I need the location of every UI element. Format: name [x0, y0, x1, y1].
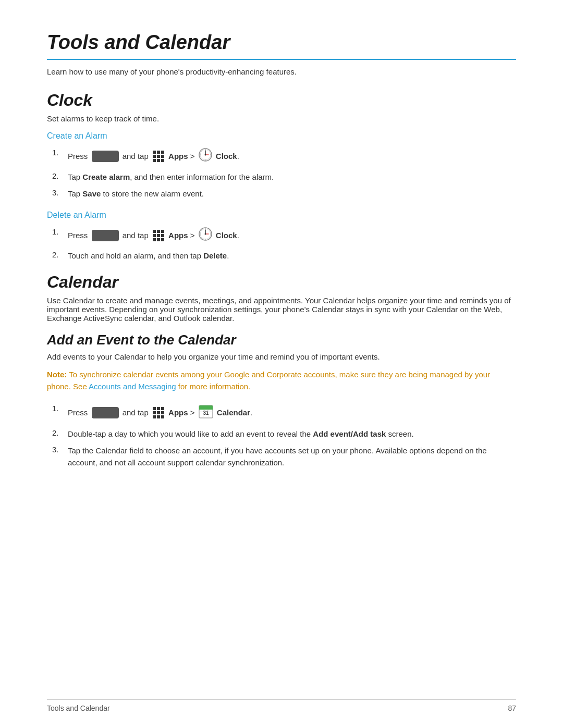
add-event-step-3: 3. Tap the Calendar field to choose an a…: [52, 445, 516, 468]
step-number: 1.: [52, 227, 64, 236]
add-event-steps: 1. Press and tap: [47, 404, 516, 468]
svg-rect-19: [157, 230, 160, 233]
step-number: 3.: [52, 188, 64, 197]
delete-alarm-step-1: 1. Press and tap: [52, 227, 516, 245]
create-alarm-title: Create an Alarm: [47, 131, 516, 141]
page-title-divider: [47, 59, 516, 60]
save-bold: Save: [82, 189, 101, 198]
step-text: Press and tap: [68, 227, 516, 245]
delete-alarm-title: Delete an Alarm: [47, 211, 516, 220]
step-text: Tap the Calendar field to choose an acco…: [68, 445, 516, 468]
svg-rect-25: [157, 238, 160, 241]
note-box: Note: To synchronize calendar events amo…: [47, 368, 516, 393]
step-number: 1.: [52, 148, 64, 157]
svg-rect-7: [157, 159, 160, 162]
svg-rect-8: [161, 159, 164, 162]
create-alarm-step-1: 1. Press and tap: [52, 148, 516, 166]
svg-rect-22: [157, 234, 160, 237]
clock-label-text: Clock: [216, 231, 237, 240]
step-text: Double-tap a day to which you would like…: [68, 428, 516, 440]
clock-title: Clock: [47, 91, 516, 110]
apps-grid-icon: [152, 406, 165, 419]
apps-grid-icon: [152, 229, 165, 242]
svg-rect-39: [153, 411, 156, 414]
clock-icon: [198, 227, 213, 245]
step-text: Press and tap: [68, 404, 516, 423]
svg-rect-2: [161, 151, 164, 154]
add-event-bold: Add event/Add task: [313, 429, 386, 438]
clock-icon: [198, 147, 213, 166]
delete-bold: Delete: [203, 251, 227, 260]
calendar-label-text: Calendar: [217, 408, 250, 417]
calendar-desc: Use Calendar to create and manage events…: [47, 296, 516, 323]
svg-rect-3: [153, 155, 156, 158]
svg-rect-42: [153, 415, 156, 418]
svg-rect-43: [157, 415, 160, 418]
note-text-orange2: for more information.: [176, 382, 251, 391]
footer-left: Tools and Calendar: [47, 704, 110, 712]
step-number: 2.: [52, 171, 64, 180]
apps-label: Apps >: [168, 152, 194, 161]
svg-rect-21: [153, 234, 156, 237]
svg-rect-20: [161, 230, 164, 233]
svg-rect-41: [161, 411, 164, 414]
create-alarm-bold: Create alarm: [82, 172, 130, 181]
create-alarm-step-3: 3. Tap Save to store the new alarm event…: [52, 188, 516, 200]
delete-alarm-subsection: Delete an Alarm 1. Press and tap: [47, 211, 516, 262]
create-alarm-steps: 1. Press and tap: [47, 148, 516, 200]
apps-grid-icon: [152, 150, 165, 163]
add-event-step-1: 1. Press and tap: [52, 404, 516, 423]
page-subtitle: Learn how to use many of your phone's pr…: [47, 67, 516, 76]
svg-rect-6: [153, 159, 156, 162]
home-button: [92, 230, 119, 241]
svg-rect-1: [157, 151, 160, 154]
create-alarm-subsection: Create an Alarm 1. Press and tap: [47, 131, 516, 200]
step-text: Tap Save to store the new alarm event.: [68, 188, 516, 200]
svg-rect-4: [157, 155, 160, 158]
step-text: Press and tap: [68, 148, 516, 166]
svg-rect-5: [161, 155, 164, 158]
calendar-title: Calendar: [47, 273, 516, 292]
step-number: 2.: [52, 250, 64, 259]
step-text: Touch and hold an alarm, and then tap De…: [68, 250, 516, 262]
svg-rect-40: [157, 411, 160, 414]
svg-rect-18: [153, 230, 156, 233]
svg-text:31: 31: [203, 410, 209, 416]
home-button: [92, 407, 119, 418]
note-link: Accounts and Messaging: [89, 382, 176, 391]
svg-rect-0: [153, 151, 156, 154]
footer-right: 87: [508, 704, 516, 712]
step-number: 2.: [52, 428, 64, 437]
delete-alarm-steps: 1. Press and tap: [47, 227, 516, 262]
delete-alarm-step-2: 2. Touch and hold an alarm, and then tap…: [52, 250, 516, 262]
svg-rect-36: [153, 407, 156, 410]
clock-section: Clock Set alarms to keep track of time. …: [47, 91, 516, 262]
create-alarm-step-2: 2. Tap Create alarm, and then enter info…: [52, 171, 516, 183]
svg-rect-47: [199, 408, 213, 410]
clock-label-text: Clock: [216, 152, 237, 161]
calendar-section: Calendar Use Calendar to create and mana…: [47, 273, 516, 469]
note-label: Note:: [47, 370, 67, 379]
svg-point-13: [204, 154, 206, 156]
apps-label: Apps >: [168, 231, 194, 240]
svg-rect-24: [153, 238, 156, 241]
svg-rect-44: [161, 415, 164, 418]
add-event-title: Add an Event to the Calendar: [47, 332, 516, 348]
svg-rect-26: [161, 238, 164, 241]
svg-rect-23: [161, 234, 164, 237]
home-button: [92, 151, 119, 162]
step-number: 3.: [52, 445, 64, 454]
calendar-icon: 31: [198, 403, 214, 423]
step-number: 1.: [52, 404, 64, 413]
page-title: Tools and Calendar: [47, 31, 516, 54]
apps-label: Apps >: [168, 408, 194, 417]
svg-rect-38: [161, 407, 164, 410]
svg-rect-37: [157, 407, 160, 410]
clock-desc: Set alarms to keep track of time.: [47, 114, 516, 123]
add-event-step-2: 2. Double-tap a day to which you would l…: [52, 428, 516, 440]
add-event-desc: Add events to your Calendar to help you …: [47, 352, 516, 361]
svg-point-31: [204, 233, 206, 235]
step-text: Tap Create alarm, and then enter informa…: [68, 171, 516, 183]
add-event-subsection: Add an Event to the Calendar Add events …: [47, 332, 516, 469]
page-footer: Tools and Calendar 87: [47, 699, 516, 712]
